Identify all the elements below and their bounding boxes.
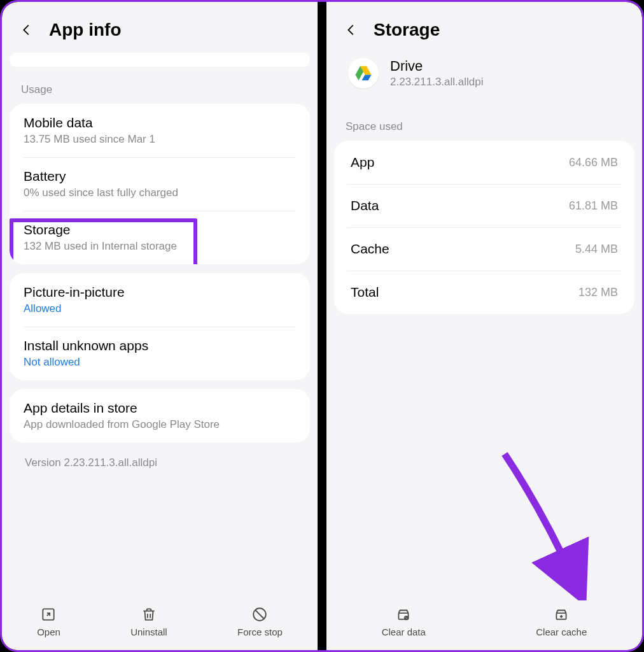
clear-data-button[interactable]: Clear data (370, 604, 437, 640)
space-card: App 64.66 MB Data 61.81 MB Cache 5.44 MB… (334, 141, 634, 314)
section-label-space: Space used (334, 103, 634, 141)
item-title: Storage (24, 222, 296, 237)
storage-screen: Storage Drive 2.23.211.3.all.alldpi Spac… (326, 2, 642, 650)
button-label: Clear cache (536, 627, 587, 637)
stop-icon (251, 606, 268, 623)
row-total: Total 132 MB (334, 271, 634, 314)
page-title: Storage (374, 20, 440, 40)
item-title: Mobile data (24, 115, 296, 131)
back-icon[interactable] (20, 23, 34, 37)
app-name: Drive (390, 58, 484, 74)
app-details-item[interactable]: App details in store App downloaded from… (10, 389, 310, 443)
permissions-card: Picture-in-picture Allowed Install unkno… (10, 273, 310, 380)
battery-item[interactable]: Battery 0% used since last fully charged (10, 157, 310, 211)
pip-item[interactable]: Picture-in-picture Allowed (10, 273, 310, 327)
button-label: Clear data (382, 627, 426, 637)
row-value: 61.81 MB (569, 199, 618, 213)
mobile-data-item[interactable]: Mobile data 13.75 MB used since Mar 1 (10, 104, 310, 157)
button-label: Open (37, 627, 60, 637)
store-card: App details in store App downloaded from… (10, 389, 310, 443)
svg-line-4 (256, 611, 264, 619)
header: Storage (326, 2, 642, 53)
item-sub: 132 MB used in Internal storage (24, 240, 296, 253)
item-title: App details in store (24, 400, 296, 416)
item-sub: 0% used since last fully charged (24, 187, 296, 199)
row-label: Data (351, 198, 379, 213)
app-info-screen: App info Usage Mobile data 13.75 MB used… (2, 2, 318, 650)
storage-item[interactable]: Storage 132 MB used in Internal storage (10, 211, 310, 264)
clear-cache-button[interactable]: Clear cache (524, 604, 598, 640)
item-title: Battery (24, 169, 296, 184)
clear-cache-icon (553, 606, 570, 623)
item-sub: Not allowed (24, 356, 296, 369)
item-sub: Allowed (24, 302, 296, 315)
row-label: App (351, 155, 374, 170)
app-info-text: Drive 2.23.211.3.all.alldpi (390, 58, 484, 89)
section-label-usage: Usage (10, 78, 310, 104)
row-value: 132 MB (578, 286, 618, 299)
open-icon (40, 606, 57, 623)
item-title: Picture-in-picture (24, 285, 296, 300)
bottom-bar: Open Uninstall Force stop (2, 599, 318, 650)
unknown-apps-item[interactable]: Install unknown apps Not allowed (10, 327, 310, 380)
button-label: Uninstall (130, 627, 167, 637)
row-label: Total (351, 285, 379, 300)
item-title: Install unknown apps (24, 338, 296, 353)
row-value: 64.66 MB (569, 156, 618, 169)
usage-card: Mobile data 13.75 MB used since Mar 1 Ba… (10, 104, 310, 264)
content: Usage Mobile data 13.75 MB used since Ma… (2, 53, 318, 599)
row-app: App 64.66 MB (334, 141, 634, 184)
row-data: Data 61.81 MB (334, 184, 634, 227)
button-label: Force stop (237, 627, 283, 637)
clear-data-icon (395, 606, 412, 623)
force-stop-button[interactable]: Force stop (226, 604, 294, 640)
trash-icon (141, 606, 157, 623)
app-header: Drive 2.23.211.3.all.alldpi (334, 53, 634, 103)
item-sub: 13.75 MB used since Mar 1 (24, 133, 296, 146)
back-icon[interactable] (344, 23, 358, 37)
app-version: 2.23.211.3.all.alldpi (390, 76, 484, 89)
content: Drive 2.23.211.3.all.alldpi Space used A… (326, 53, 642, 599)
row-value: 5.44 MB (575, 243, 618, 256)
item-sub: App downloaded from Google Play Store (24, 418, 296, 431)
row-label: Cache (351, 241, 389, 257)
bottom-bar: Clear data Clear cache (326, 599, 642, 650)
version-text: Version 2.23.211.3.all.alldpi (10, 443, 310, 483)
open-button[interactable]: Open (25, 604, 72, 640)
header: App info (2, 2, 318, 53)
uninstall-button[interactable]: Uninstall (119, 604, 179, 640)
row-cache: Cache 5.44 MB (334, 227, 634, 271)
card-stub (10, 53, 310, 67)
drive-app-icon (348, 58, 379, 89)
page-title: App info (49, 20, 122, 40)
